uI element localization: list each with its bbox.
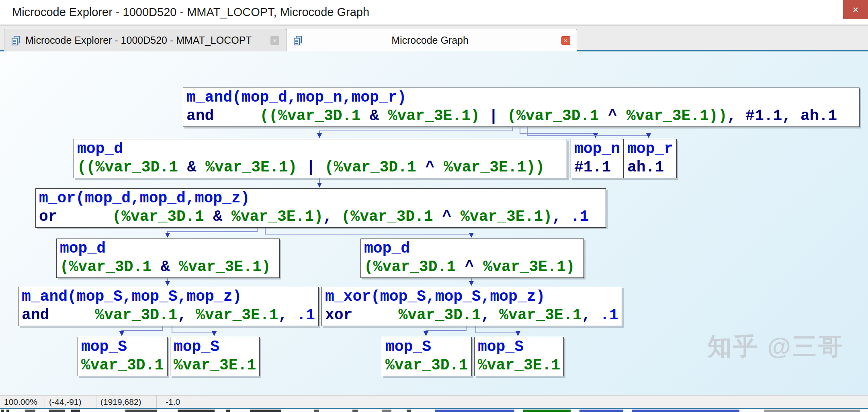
- node-text-line: mop_d: [364, 239, 580, 258]
- node-text-line: ah.1: [627, 158, 673, 177]
- node-text-line: #1.1: [574, 158, 620, 177]
- node-text-line: mop_S: [478, 338, 560, 356]
- clipped-text-fragment: [632, 410, 739, 412]
- window-title: Microcode Explorer - 1000D520 - MMAT_LOC…: [12, 0, 369, 25]
- node-text-line: m_and(mop_d,mop_n,mop_r): [186, 88, 856, 107]
- node-text-line: or (%var_3D.1 & %var_3E.1), (%var_3D.1 ^…: [39, 208, 602, 226]
- node-mop_r-reg[interactable]: mop_rah.1: [624, 139, 677, 178]
- node-m_or[interactable]: m_or(mop_d,mop_d,mop_z)or (%var_3D.1 & %…: [35, 188, 606, 228]
- node-text-line: and ((%var_3D.1 & %var_3E.1) | (%var_3D.…: [186, 107, 856, 125]
- node-text-line: mop_d: [60, 239, 276, 258]
- node-mop_S-var3E-left[interactable]: mop_S%var_3E.1: [170, 337, 260, 376]
- node-text-line: and %var_3D.1, %var_3E.1, .1: [22, 306, 315, 324]
- clipped-text-fragment: [6, 410, 9, 412]
- graph-edge-a-b: [319, 126, 513, 137]
- node-text-line: m_xor(mop_S,mop_S,mop_z): [325, 288, 618, 306]
- node-text-line: (%var_3D.1 ^ %var_3E.1): [364, 258, 580, 276]
- tab-microcode-graph[interactable]: Microcode Graph ×: [286, 29, 577, 51]
- node-text-line: %var_3D.1: [385, 356, 468, 375]
- node-text-line: %var_3D.1: [81, 356, 164, 375]
- graph-edge-e-g: [265, 227, 471, 237]
- clipped-text-fragment: [579, 410, 623, 412]
- node-text-line: mop_S: [174, 338, 256, 356]
- node-text-line: m_and(mop_S,mop_S,mop_z): [22, 288, 315, 306]
- graph-edge-a-c: [520, 126, 596, 137]
- clipped-text-fragment: [1, 410, 4, 412]
- document-icon: [293, 35, 303, 46]
- node-text-line: %var_3E.1: [478, 356, 560, 375]
- title-bar: Microcode Explorer - 1000D520 - MMAT_LOC…: [0, 0, 868, 25]
- node-text-line: %var_3E.1: [174, 356, 256, 375]
- tab-microcode-explorer[interactable]: Microcode Explorer - 1000D520 - MMAT_LOC…: [4, 29, 286, 51]
- tab-label: Microcode Graph: [303, 35, 557, 46]
- node-m_xor-leaf[interactable]: m_xor(mop_S,mop_S,mop_z)xor %var_3D.1, %…: [321, 287, 622, 326]
- status-zoom-level: 100.00%: [0, 396, 45, 408]
- node-text-line: mop_S: [81, 338, 164, 356]
- clipped-text-fragment: [178, 410, 215, 412]
- window-close-button[interactable]: ×: [843, 0, 868, 19]
- graph-edge-e-f: [168, 227, 257, 237]
- status-filler: [195, 396, 868, 408]
- node-mop_d-and-expr[interactable]: mop_d(%var_3D.1 & %var_3E.1): [56, 239, 280, 278]
- node-text-line: mop_r: [627, 140, 673, 158]
- node-mop_d-xor-expr[interactable]: mop_d(%var_3D.1 ^ %var_3E.1): [360, 239, 584, 278]
- node-mop_n-const[interactable]: mop_n#1.1: [571, 139, 624, 178]
- clipped-text-fragment: [523, 410, 571, 412]
- node-mop_S-var3E-right[interactable]: mop_S%var_3E.1: [474, 337, 564, 376]
- node-text-line: (%var_3D.1 & %var_3E.1): [60, 258, 276, 276]
- clipped-text-fragment: [125, 410, 157, 412]
- clipped-text-fragment: [407, 410, 411, 412]
- tab-bar: Microcode Explorer - 1000D520 - MMAT_LOC…: [0, 25, 868, 51]
- status-bar: 100.00% (-44,-91) (1919,682) -1.0: [0, 395, 868, 408]
- document-icon: [11, 35, 20, 46]
- node-m_and-leaf[interactable]: m_and(mop_S,mop_S,mop_z)and %var_3D.1, %…: [18, 287, 319, 326]
- node-text-line: m_or(mop_d,mop_d,mop_z): [39, 189, 602, 208]
- tab-label: Microcode Explorer - 1000D520 - MMAT_LOC…: [25, 35, 252, 46]
- clipped-text-fragment: [764, 410, 860, 412]
- node-mop_S-var3D-right[interactable]: mop_S%var_3D.1: [382, 337, 472, 376]
- node-mop_d-expr[interactable]: mop_d((%var_3D.1 & %var_3E.1) | (%var_3D…: [74, 139, 567, 178]
- clipped-text-fragment: [352, 410, 358, 412]
- node-text-line: ((%var_3D.1 & %var_3E.1) | (%var_3D.1 ^ …: [77, 158, 563, 177]
- node-text-line: mop_n: [574, 140, 620, 158]
- node-text-line: xor %var_3D.1, %var_3E.1, .1: [325, 306, 618, 324]
- clipped-text-fragment: [314, 410, 319, 412]
- node-mop_S-var3D-left[interactable]: mop_S%var_3D.1: [78, 337, 168, 376]
- tab-close-icon[interactable]: ×: [561, 36, 570, 45]
- clipped-text-fragment: [382, 410, 391, 412]
- clipped-text-fragment: [71, 410, 80, 412]
- microcode-explorer-window: Microcode Explorer - 1000D520 - MMAT_LOC…: [0, 0, 868, 412]
- tab-close-icon[interactable]: ×: [270, 36, 279, 45]
- node-text-line: mop_d: [77, 140, 563, 158]
- graph-edge-a-d: [527, 126, 649, 137]
- clipped-text-fragment: [435, 410, 514, 412]
- microcode-graph-canvas[interactable]: m_and(mop_d,mop_n,mop_r)and ((%var_3D.1 …: [0, 51, 868, 395]
- clipped-text-fragment: [250, 410, 281, 412]
- status-origin-coords: (-44,-91): [45, 396, 96, 408]
- clipped-text-fragment: [25, 410, 35, 412]
- node-text-line: mop_S: [385, 338, 468, 356]
- clipped-text-fragment: [226, 410, 230, 412]
- clipped-bottom-row: [0, 408, 868, 412]
- watermark: 知乎 @三哥: [708, 330, 844, 363]
- node-m_and-root[interactable]: m_and(mop_d,mop_n,mop_r)and ((%var_3D.1 …: [183, 88, 860, 127]
- status-view-size: (1919,682): [96, 396, 157, 408]
- clipped-text-fragment: [49, 410, 65, 412]
- status-scale-value: -1.0: [157, 396, 195, 408]
